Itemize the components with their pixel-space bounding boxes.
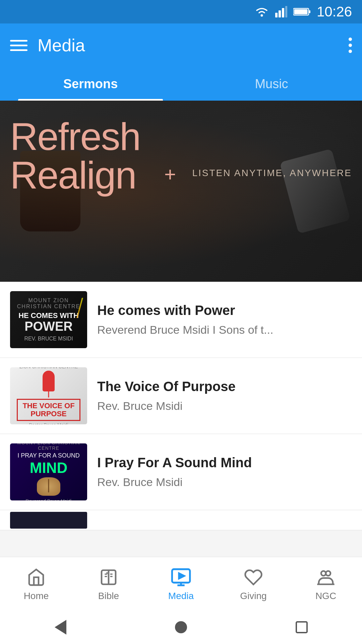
tab-sermons[interactable]: Sermons	[0, 67, 181, 101]
nav-home[interactable]: Home	[0, 567, 72, 601]
hero-plus-text: +	[164, 163, 176, 186]
sermon-info-2: The Voice Of Purpose Rev. Bruce Msidi	[87, 378, 352, 413]
sermon-item[interactable]: MOUNT ZION CHRISTIAN CENTRE HE COMES WIT…	[0, 282, 362, 358]
nav-media[interactable]: Media	[145, 567, 217, 601]
status-bar: 10:26	[0, 0, 362, 23]
sermon-author-2: Rev. Bruce Msidi	[97, 398, 352, 413]
back-button[interactable]	[50, 617, 70, 637]
content-area: Refresh Realign + LISTEN ANYTIME, ANYWHE…	[0, 101, 362, 557]
svg-rect-6	[309, 10, 310, 13]
wifi-icon	[254, 6, 269, 17]
home-button[interactable]	[171, 617, 191, 637]
hero-banner: Refresh Realign + LISTEN ANYTIME, ANYWHE…	[0, 101, 362, 282]
sermon-title-3: I Pray For A Sound Mind	[97, 454, 352, 471]
sermon-title-2: The Voice Of Purpose	[97, 378, 352, 394]
media-icon	[170, 567, 192, 588]
svg-rect-3	[282, 8, 284, 17]
bottom-nav: Home Bible Media	[0, 557, 362, 610]
recent-button[interactable]	[292, 617, 312, 637]
sermon-author-1: Reverend Bruce Msidi I Sons of t...	[97, 322, 352, 337]
ngc-icon	[315, 567, 337, 588]
more-button[interactable]	[349, 38, 352, 53]
home-icon	[25, 567, 47, 588]
hero-main-text: Refresh Realign	[10, 117, 140, 195]
nav-ngc-label: NGC	[315, 591, 336, 601]
svg-rect-1	[275, 13, 278, 17]
nav-bible[interactable]: Bible	[72, 567, 145, 601]
battery-icon	[293, 7, 311, 16]
svg-marker-16	[179, 574, 184, 578]
bible-icon	[98, 567, 119, 588]
sermon-item[interactable]: ZION CHRISTIAN CENTRE THE VOICE OFPURPOS…	[0, 358, 362, 434]
sermon-list: MOUNT ZION CHRISTIAN CENTRE HE COMES WIT…	[0, 282, 362, 530]
signal-icon	[275, 6, 287, 17]
status-time: 10:26	[317, 4, 352, 20]
nav-bible-label: Bible	[98, 591, 119, 601]
sermon-author-3: Rev. Bruce Msidi	[97, 475, 352, 489]
tab-bar: Sermons Music	[0, 67, 362, 101]
sermon-thumbnail-2: ZION CHRISTIAN CENTRE THE VOICE OFPURPOS…	[10, 367, 87, 424]
nav-ngc[interactable]: NGC	[290, 567, 362, 601]
app-bar: Media	[0, 23, 362, 67]
system-nav	[0, 610, 362, 644]
svg-rect-2	[279, 10, 281, 17]
sermon-info-3: I Pray For A Sound Mind Rev. Bruce Msidi	[87, 454, 352, 489]
tab-music[interactable]: Music	[181, 67, 362, 101]
sermon-item[interactable]: MOUNT ZION CHRISTIAN CENTRE I PRAY FOR A…	[0, 434, 362, 510]
status-icons: 10:26	[254, 4, 352, 20]
svg-point-20	[326, 571, 330, 576]
hero-tagline: LISTEN ANYTIME, ANYWHERE	[192, 168, 352, 178]
nav-media-label: Media	[168, 591, 194, 601]
nav-giving[interactable]: Giving	[217, 567, 290, 601]
sermon-thumbnail-3: MOUNT ZION CHRISTIAN CENTRE I PRAY FOR A…	[10, 443, 87, 500]
sermon-item-partial[interactable]	[0, 510, 362, 530]
sermon-thumbnail-1: MOUNT ZION CHRISTIAN CENTRE HE COMES WIT…	[10, 291, 87, 348]
menu-button[interactable]	[10, 40, 27, 51]
svg-rect-4	[285, 6, 287, 17]
nav-giving-label: Giving	[240, 591, 266, 601]
svg-point-0	[260, 14, 263, 17]
sermon-title-1: He comes with Power	[97, 302, 352, 318]
giving-icon	[243, 567, 264, 588]
svg-rect-7	[294, 9, 307, 14]
sermon-thumbnail-partial	[10, 512, 87, 529]
app-title: Media	[38, 35, 349, 55]
nav-home-label: Home	[24, 591, 49, 601]
sermon-info-1: He comes with Power Reverend Bruce Msidi…	[87, 302, 352, 337]
